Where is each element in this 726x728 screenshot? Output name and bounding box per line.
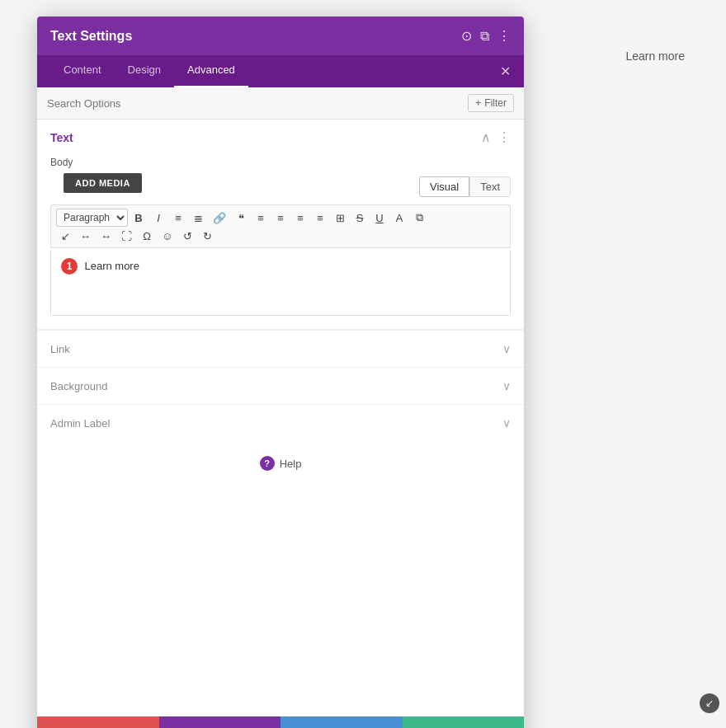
search-input[interactable]	[47, 97, 468, 110]
editor-tabs: Visual Text	[419, 176, 511, 197]
editor-content: Learn more	[84, 260, 139, 272]
more-icon[interactable]: ⋮	[497, 28, 511, 44]
ul-button[interactable]: ≡	[169, 210, 187, 226]
modal-footer: ✕ ↺ ↻ ✓	[37, 716, 524, 728]
undo-button[interactable]: ↺	[178, 228, 196, 244]
underline-button[interactable]: U	[370, 210, 389, 226]
content-spacer	[37, 486, 524, 716]
paste-button[interactable]: ⧉	[410, 209, 428, 226]
collapse-icon[interactable]: ∧	[481, 129, 491, 145]
admin-label-section[interactable]: Admin Label ∨	[37, 404, 524, 441]
modal-header-icons: ⊙ ⧉ ⋮	[461, 28, 511, 44]
text-section: Text ∧ ⋮ Body ADD MEDIA Visual Text	[37, 120, 524, 330]
modal-title: Text Settings	[50, 29, 132, 44]
editor-toolbar: Paragraph B I ≡ ≣ 🔗 ❝ ≡ ≡ ≡ ≡ ⊞ S U A	[50, 204, 511, 248]
toolbar-row-2: ↙ ↔ ↔ ⛶ Ω ☺ ↺ ↻	[56, 228, 505, 244]
link-section-label: Link	[50, 343, 70, 355]
link-chevron-icon: ∨	[502, 342, 511, 355]
outdent-button[interactable]: ↔	[97, 228, 116, 244]
body-label: Body	[37, 155, 524, 173]
align-right-button[interactable]: ≡	[291, 210, 309, 226]
badge-1: 1	[61, 258, 78, 275]
tab-content[interactable]: Content	[50, 55, 115, 87]
special-char-button[interactable]: Ω	[138, 228, 156, 244]
learn-more-text: Learn more	[625, 49, 685, 63]
background-chevron-icon: ∨	[502, 379, 511, 392]
align-left-button[interactable]: ≡	[252, 210, 270, 226]
save-button[interactable]: ✓	[403, 716, 525, 728]
help-row: ? Help	[37, 441, 524, 486]
align-justify-button[interactable]: ≡	[311, 210, 329, 226]
cancel-button[interactable]: ✕	[37, 716, 159, 728]
more-options-icon[interactable]: ⋮	[497, 129, 511, 145]
undo-footer-button[interactable]: ↺	[159, 716, 281, 728]
text-section-controls: ∧ ⋮	[481, 129, 511, 145]
link-section[interactable]: Link ∨	[37, 330, 524, 367]
background-section[interactable]: Background ∨	[37, 367, 524, 404]
focus-icon[interactable]: ⊙	[461, 28, 472, 44]
admin-label-section-label: Admin Label	[50, 417, 110, 430]
text-tab[interactable]: Text	[469, 176, 511, 197]
redo-footer-button[interactable]: ↻	[280, 716, 403, 728]
split-icon[interactable]: ⧉	[480, 29, 489, 44]
strikethrough-button[interactable]: S	[351, 210, 369, 226]
tab-design[interactable]: Design	[115, 55, 174, 87]
close-tab-button[interactable]: ✕	[500, 55, 511, 87]
help-icon: ?	[260, 456, 275, 471]
background-section-label: Background	[50, 380, 107, 392]
text-editor[interactable]: 1 Learn more	[50, 250, 511, 316]
align-center-button[interactable]: ≡	[271, 210, 290, 226]
text-section-header[interactable]: Text ∧ ⋮	[37, 120, 524, 155]
format-select[interactable]: Paragraph	[56, 209, 128, 227]
emoji-button[interactable]: ☺	[158, 228, 177, 244]
indent-decrease-button[interactable]: ↙	[56, 228, 74, 244]
filter-button[interactable]: + Filter	[468, 94, 514, 112]
modal: Text Settings ⊙ ⧉ ⋮ Content Design Advan…	[37, 16, 524, 728]
help-label[interactable]: Help	[280, 458, 302, 470]
admin-label-chevron-icon: ∨	[502, 416, 511, 430]
modal-tabs: Content Design Advanced ✕	[37, 55, 524, 87]
indent-increase-button[interactable]: ↔	[76, 228, 95, 244]
resize-handle[interactable]: ↙	[700, 693, 719, 713]
table-button[interactable]: ⊞	[331, 210, 349, 226]
text-section-title: Text	[50, 131, 73, 144]
plus-icon: +	[475, 97, 481, 109]
link-button[interactable]: 🔗	[209, 210, 230, 226]
fullscreen-button[interactable]: ⛶	[117, 228, 136, 244]
search-bar: + Filter	[37, 87, 524, 120]
blockquote-button[interactable]: ❝	[232, 210, 250, 226]
modal-header: Text Settings ⊙ ⧉ ⋮	[37, 16, 524, 55]
visual-tab[interactable]: Visual	[419, 176, 469, 197]
modal-content: Text ∧ ⋮ Body ADD MEDIA Visual Text	[37, 120, 524, 716]
add-media-button[interactable]: ADD MEDIA	[64, 173, 142, 193]
ol-button[interactable]: ≣	[189, 210, 207, 226]
tab-advanced[interactable]: Advanced	[174, 55, 248, 87]
bold-button[interactable]: B	[130, 210, 148, 226]
italic-button[interactable]: I	[149, 210, 167, 226]
color-button[interactable]: A	[390, 210, 408, 226]
toolbar-row-1: Paragraph B I ≡ ≣ 🔗 ❝ ≡ ≡ ≡ ≡ ⊞ S U A	[56, 209, 505, 227]
filter-label: Filter	[484, 97, 507, 109]
redo-button[interactable]: ↻	[198, 228, 216, 244]
